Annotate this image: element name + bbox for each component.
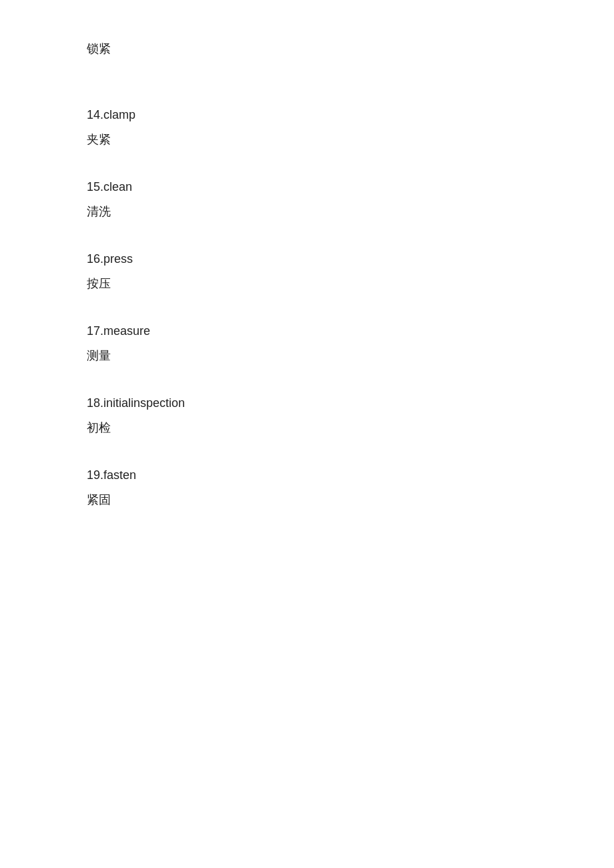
vocab-item-18: 18.initialinspection 初检	[87, 394, 527, 461]
vocab-item-top: 锁紧	[87, 40, 527, 82]
vocab-english-14: 14.clamp	[87, 106, 527, 124]
vocab-item-19: 19.fasten 紧固	[87, 466, 527, 533]
vocab-chinese-16: 按压	[87, 275, 527, 293]
vocab-chinese-top: 锁紧	[87, 40, 527, 58]
vocab-english-15: 15.clean	[87, 178, 527, 196]
vocab-chinese-18: 初检	[87, 419, 527, 437]
vocab-english-17: 17.measure	[87, 322, 527, 340]
vocabulary-list: 锁紧 14.clamp 夹紧 15.clean 清洗 16.press 按压 1…	[87, 40, 527, 538]
vocab-chinese-14: 夹紧	[87, 131, 527, 149]
vocab-item-16: 16.press 按压	[87, 250, 527, 317]
vocab-english-16: 16.press	[87, 250, 527, 268]
vocab-english-18: 18.initialinspection	[87, 394, 527, 412]
vocab-english-19: 19.fasten	[87, 466, 527, 484]
vocab-chinese-15: 清洗	[87, 203, 527, 221]
vocab-chinese-17: 测量	[87, 347, 527, 365]
vocab-item-14: 14.clamp 夹紧	[87, 106, 527, 173]
vocab-chinese-19: 紧固	[87, 491, 527, 509]
vocab-item-15: 15.clean 清洗	[87, 178, 527, 245]
vocab-item-17: 17.measure 测量	[87, 322, 527, 389]
